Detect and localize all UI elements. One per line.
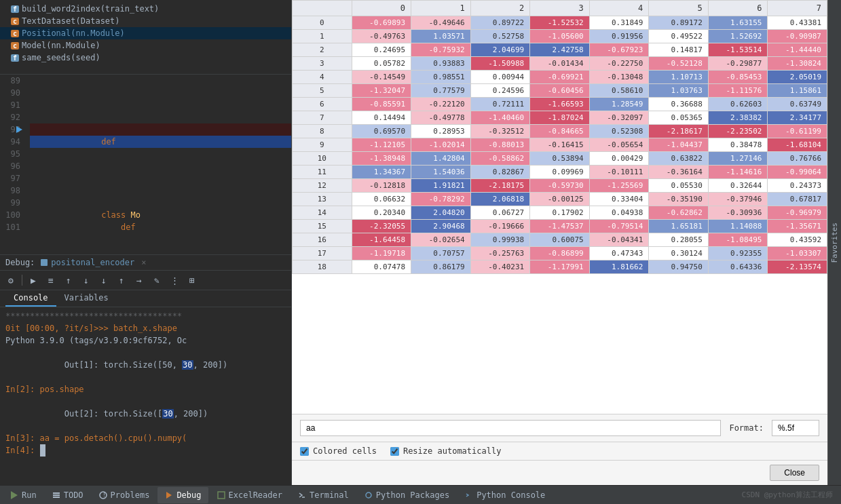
cell-7-4[interactable]: -0.32097 [589,111,649,125]
cell-9-0[interactable]: -1.12105 [352,138,411,152]
cell-11-0[interactable]: 1.34367 [352,166,411,179]
cell-14-0[interactable]: 0.20340 [352,206,411,220]
cell-10-1[interactable]: 1.42804 [411,152,471,166]
problems-button[interactable]: ! Problems [92,487,157,503]
cell-0-5[interactable]: 0.89172 [649,16,709,30]
cell-10-3[interactable]: 0.53894 [530,152,590,166]
cell-18-4[interactable]: 1.81662 [589,260,649,274]
tb-edit[interactable]: ✎ [149,272,165,288]
cell-9-3[interactable]: -0.16415 [530,138,590,152]
cell-1-2[interactable]: 0.52758 [470,30,530,43]
cell-11-5[interactable]: -0.36164 [649,166,709,179]
cell-4-7[interactable]: 2.05019 [768,71,827,84]
debug-file-tab[interactable]: positonal_encoder [40,258,134,267]
cell-8-0[interactable]: 0.69570 [352,125,411,138]
cell-9-2[interactable]: -0.88013 [470,138,530,152]
cell-11-2[interactable]: 0.82867 [470,166,530,179]
tb-right[interactable]: → [131,272,147,288]
cell-0-7[interactable]: 0.43381 [768,16,827,30]
cell-7-0[interactable]: 0.14494 [352,111,411,125]
cell-15-5[interactable]: 1.65181 [649,220,709,233]
cell-6-0[interactable]: -0.85591 [352,98,411,111]
cell-18-2[interactable]: -0.40231 [470,260,530,274]
cell-10-0[interactable]: -1.38948 [352,152,411,166]
cell-0-0[interactable]: -0.69893 [352,16,411,30]
cell-2-5[interactable]: 0.14817 [649,43,709,57]
resize-auto-checkbox[interactable] [390,447,399,456]
cell-3-6[interactable]: -0.29877 [708,57,768,71]
cell-9-5[interactable]: -1.04437 [649,138,709,152]
cell-18-0[interactable]: 0.07478 [352,260,411,274]
cell-14-1[interactable]: 2.04820 [411,206,471,220]
cell-5-4[interactable]: 0.58610 [589,84,649,98]
cell-12-1[interactable]: 1.91821 [411,179,471,193]
cell-1-6[interactable]: 1.52692 [708,30,768,43]
cell-8-2[interactable]: -0.32512 [470,125,530,138]
cell-3-3[interactable]: -0.01434 [530,57,590,71]
cell-5-1[interactable]: 0.77579 [411,84,471,98]
cell-15-3[interactable]: -1.47537 [530,220,590,233]
cell-8-3[interactable]: -0.84665 [530,125,590,138]
cell-3-5[interactable]: -0.52128 [649,57,709,71]
cell-0-6[interactable]: 1.63155 [708,16,768,30]
cell-9-1[interactable]: -1.02014 [411,138,471,152]
cell-6-7[interactable]: 0.63749 [768,98,827,111]
favorites-label[interactable]: Favorites [830,222,839,263]
cell-16-5[interactable]: 0.28055 [649,233,709,247]
cell-6-2[interactable]: 0.72111 [470,98,530,111]
cell-8-7[interactable]: -0.61199 [768,125,827,138]
cell-13-0[interactable]: 0.06632 [352,193,411,206]
cell-1-3[interactable]: -1.05600 [530,30,590,43]
cell-15-4[interactable]: -0.79514 [589,220,649,233]
cell-17-2[interactable]: -0.25763 [470,247,530,260]
excel-button[interactable]: ExcelReader [210,487,289,503]
close-button[interactable]: Close [770,465,819,481]
cell-10-6[interactable]: 1.27146 [708,152,768,166]
cell-17-6[interactable]: 0.92355 [708,247,768,260]
cell-11-7[interactable]: -0.99064 [768,166,827,179]
structure-item-3[interactable]: c Positional(nn.Module) [0,27,291,39]
data-table-container[interactable]: 0 1 2 3 4 5 6 7 0-0.69893-0.496460.89722… [292,0,827,414]
console-tab-console[interactable]: Console [5,290,56,307]
structure-item-1[interactable]: f build_word2index(train_text) [0,3,291,15]
tb-expand[interactable]: ⊞ [184,272,200,288]
cell-5-5[interactable]: 1.03763 [649,84,709,98]
format-input[interactable] [772,420,819,436]
cell-0-2[interactable]: 0.89722 [470,16,530,30]
cell-12-3[interactable]: -0.59730 [530,179,590,193]
cell-7-6[interactable]: 2.38382 [708,111,768,125]
cell-12-6[interactable]: 0.32644 [708,179,768,193]
cell-2-3[interactable]: 2.42758 [530,43,590,57]
run-button[interactable]: Run [3,487,43,503]
colored-cells-checkbox[interactable] [300,447,309,456]
cell-6-4[interactable]: 1.28549 [589,98,649,111]
cell-7-7[interactable]: 2.34177 [768,111,827,125]
cell-17-0[interactable]: -1.19718 [352,247,411,260]
cell-9-4[interactable]: -0.05654 [589,138,649,152]
cell-8-6[interactable]: -2.23502 [708,125,768,138]
cell-17-1[interactable]: 0.70757 [411,247,471,260]
cell-13-3[interactable]: -0.00125 [530,193,590,206]
cell-15-6[interactable]: 1.14088 [708,220,768,233]
cell-18-6[interactable]: 0.64336 [708,260,768,274]
cell-5-3[interactable]: -0.60456 [530,84,590,98]
cell-17-4[interactable]: 0.47343 [589,247,649,260]
cell-11-1[interactable]: 1.54036 [411,166,471,179]
cell-0-1[interactable]: -0.49646 [411,16,471,30]
cell-4-0[interactable]: -0.14549 [352,71,411,84]
cell-13-2[interactable]: 2.06818 [470,193,530,206]
cell-4-4[interactable]: -0.13048 [589,71,649,84]
tb-down1[interactable]: ↓ [78,272,94,288]
cell-3-2[interactable]: -1.50988 [470,57,530,71]
cell-7-2[interactable]: -1.40460 [470,111,530,125]
cell-15-1[interactable]: 2.90468 [411,220,471,233]
cell-5-2[interactable]: 0.24596 [470,84,530,98]
cell-18-5[interactable]: 0.94750 [649,260,709,274]
cell-17-7[interactable]: -1.03307 [768,247,827,260]
todo-button[interactable]: TODO [45,487,90,503]
cell-3-0[interactable]: 0.05782 [352,57,411,71]
cell-3-4[interactable]: -0.22750 [589,57,649,71]
cell-16-3[interactable]: 0.60075 [530,233,590,247]
cell-3-7[interactable]: -1.30824 [768,57,827,71]
cell-2-4[interactable]: -0.67923 [589,43,649,57]
